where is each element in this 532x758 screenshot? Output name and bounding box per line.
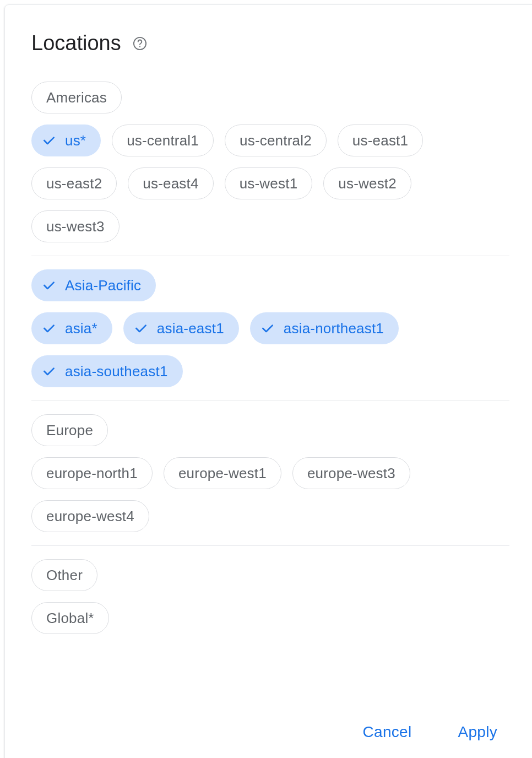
chip-label: europe-north1 (46, 465, 138, 482)
location-chip-global[interactable]: Global* (31, 602, 109, 634)
location-chip-us-central1[interactable]: us-central1 (112, 124, 214, 156)
group-header-chip-asia-pacific[interactable]: Asia-Pacific (31, 269, 156, 301)
check-icon (42, 321, 56, 335)
location-chip-europe-west1[interactable]: europe-west1 (164, 457, 281, 489)
chip-label: asia* (65, 320, 97, 337)
location-chip-asia-east1[interactable]: asia-east1 (123, 312, 239, 344)
group-asia-pacific: Asia-Pacific asia* asia-east1 (31, 256, 509, 400)
svg-point-1 (139, 46, 140, 47)
check-icon (42, 278, 56, 293)
chip-label: Other (46, 567, 83, 584)
chip-label: asia-east1 (157, 320, 224, 337)
location-chip-us[interactable]: us* (31, 124, 101, 156)
apply-button[interactable]: Apply (451, 719, 504, 745)
chip-label: Europe (46, 422, 93, 439)
dialog-actions: Cancel Apply (31, 706, 509, 751)
panel-header: Locations (31, 31, 509, 55)
check-icon (42, 364, 56, 378)
help-icon[interactable] (132, 36, 148, 51)
group-europe: Europe europe-north1 europe-west1 europe… (31, 400, 509, 545)
location-chip-us-west1[interactable]: us-west1 (225, 167, 313, 199)
check-icon (134, 321, 148, 335)
location-chip-us-east2[interactable]: us-east2 (31, 167, 117, 199)
chip-label: us-west1 (240, 175, 298, 192)
chip-label: us-east2 (46, 175, 102, 192)
panel-title: Locations (31, 31, 121, 55)
location-chip-asia-southeast1[interactable]: asia-southeast1 (31, 355, 183, 387)
location-chip-europe-west4[interactable]: europe-west4 (31, 500, 149, 532)
group-header-chip-other[interactable]: Other (31, 559, 97, 591)
location-chip-europe-north1[interactable]: europe-north1 (31, 457, 153, 489)
location-chip-asia-northeast1[interactable]: asia-northeast1 (250, 312, 399, 344)
group-header-chip-europe[interactable]: Europe (31, 414, 108, 446)
chip-label: us-central2 (240, 132, 312, 149)
cancel-button[interactable]: Cancel (356, 719, 418, 745)
location-chip-europe-west3[interactable]: europe-west3 (292, 457, 410, 489)
chip-label: us-west3 (46, 218, 105, 235)
check-icon (260, 321, 275, 335)
chip-label: us-central1 (127, 132, 199, 149)
check-icon (42, 133, 56, 148)
chip-label: us* (65, 132, 86, 149)
chip-label: Global* (46, 610, 94, 627)
chip-label: europe-west1 (178, 465, 267, 482)
location-chip-us-west3[interactable]: us-west3 (31, 210, 120, 242)
group-americas: Americas us* us-central1 us-central2 us (31, 82, 509, 256)
chip-label: Americas (46, 89, 107, 106)
chip-label: europe-west3 (307, 465, 395, 482)
locations-panel: Locations Americas us* (4, 4, 532, 758)
location-chip-us-east4[interactable]: us-east4 (128, 167, 213, 199)
chip-label: asia-northeast1 (284, 320, 384, 337)
group-other: Other Global* (31, 545, 509, 647)
location-chip-asia[interactable]: asia* (31, 312, 112, 344)
chip-label: us-east1 (352, 132, 408, 149)
group-header-chip-americas[interactable]: Americas (31, 82, 122, 113)
chip-label: Asia-Pacific (65, 277, 141, 294)
location-chip-us-west2[interactable]: us-west2 (323, 167, 411, 199)
chip-label: us-east4 (143, 175, 198, 192)
chip-label: asia-southeast1 (65, 363, 168, 380)
location-chip-us-central2[interactable]: us-central2 (225, 124, 327, 156)
chip-label: europe-west4 (46, 508, 134, 525)
chip-label: us-west2 (338, 175, 397, 192)
location-chip-us-east1[interactable]: us-east1 (338, 124, 423, 156)
location-groups: Americas us* us-central1 us-central2 us (31, 82, 509, 706)
